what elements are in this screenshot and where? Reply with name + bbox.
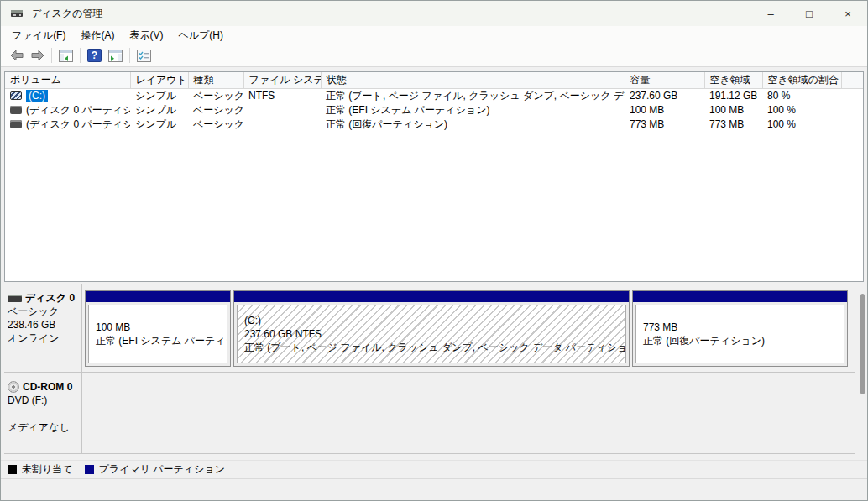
cdrom-row: CD-ROM 0 DVD (F:) メディアなし: [4, 373, 855, 454]
menu-view[interactable]: 表示(V): [122, 26, 170, 45]
cell-layout: シンプル: [130, 117, 188, 132]
cell-free-pct: 100 %: [762, 103, 841, 117]
help-icon[interactable]: ?: [84, 46, 105, 65]
disk-size: 238.46 GB: [8, 318, 80, 331]
cell-free-pct: 100 %: [762, 117, 841, 132]
col-type[interactable]: 種類: [188, 72, 243, 88]
show-action-pane-icon[interactable]: [105, 46, 126, 65]
menubar: ファイル(F) 操作(A) 表示(V) ヘルプ(H): [1, 26, 867, 44]
partition-size: 237.60 GB NTFS: [244, 327, 619, 341]
disk-drive-icon: [8, 295, 22, 302]
col-free-pct[interactable]: 空き領域の割合: [762, 72, 841, 88]
col-free-space[interactable]: 空き領域: [704, 72, 762, 88]
partition-name: (C:): [244, 314, 619, 327]
show-console-tree-icon[interactable]: [55, 46, 76, 65]
legend-primary-partition: プライマリ パーティション: [85, 462, 225, 477]
menu-file[interactable]: ファイル(F): [4, 26, 73, 45]
partition-size: 100 MB: [96, 321, 220, 334]
cell-free: 773 MB: [704, 117, 762, 132]
table-header-row: ボリューム レイアウト 種類 ファイル システム 状態 容量 空き領域 空き領域…: [5, 72, 863, 88]
disk-management-window: ディスクの管理 – □ × ファイル(F) 操作(A) 表示(V) ヘルプ(H)…: [0, 0, 868, 501]
cd-disc-icon: [8, 381, 19, 393]
legend-label: プライマリ パーティション: [99, 462, 225, 477]
cell-fs: [243, 103, 321, 117]
properties-list-icon[interactable]: [133, 46, 154, 65]
volume-table: ボリューム レイアウト 種類 ファイル システム 状態 容量 空き領域 空き領域…: [5, 72, 863, 132]
volume-icon: [10, 106, 22, 114]
graphical-view-pane: ディスク 0 ベーシック 238.46 GB オンライン 100 MB 正常 (…: [1, 284, 867, 460]
cell-layout: シンプル: [130, 103, 188, 117]
partition-color-bar: [633, 291, 847, 302]
volume-icon: [10, 120, 22, 128]
cell-capacity: 100 MB: [625, 103, 704, 117]
cell-free: 100 MB: [704, 103, 762, 117]
col-filesystem[interactable]: ファイル システム: [243, 72, 321, 88]
cdrom-media-status: メディアなし: [8, 420, 80, 434]
volume-name[interactable]: (ディスク 0 パーティション 4): [26, 117, 130, 132]
volume-icon: [10, 91, 22, 100]
disk0-label[interactable]: ディスク 0 ベーシック 238.46 GB オンライン: [4, 284, 82, 372]
legend-label: 未割り当て: [22, 462, 73, 477]
table-row-c[interactable]: (C:) シンプル ベーシック NTFS 正常 (ブート, ページ ファイル, …: [5, 88, 863, 103]
col-layout[interactable]: レイアウト: [130, 72, 188, 88]
vertical-scrollbar[interactable]: [859, 290, 866, 453]
volume-name[interactable]: (ディスク 0 パーティション 1): [26, 103, 130, 117]
partition-c[interactable]: (C:) 237.60 GB NTFS 正常 (ブート, ページ ファイル, ク…: [233, 290, 630, 367]
disk-type: ベーシック: [8, 305, 80, 318]
cell-status: 正常 (EFI システム パーティション): [321, 103, 625, 117]
forward-arrow-icon[interactable]: [27, 46, 48, 65]
disk-status: オンライン: [8, 331, 80, 345]
cell-fs: NTFS: [243, 88, 321, 103]
minimize-button[interactable]: –: [751, 1, 790, 26]
toolbar: ?: [1, 44, 867, 67]
cell-type: ベーシック: [188, 117, 243, 132]
cell-status: 正常 (回復パーティション): [321, 117, 625, 132]
partition-color-bar: [86, 291, 230, 302]
toolbar-separator: [51, 48, 52, 63]
volume-list-pane: ボリューム レイアウト 種類 ファイル システム 状態 容量 空き領域 空き領域…: [4, 71, 864, 282]
toolbar-separator: [129, 48, 130, 63]
table-row-partition4[interactable]: (ディスク 0 パーティション 4) シンプル ベーシック 正常 (回復パーティ…: [5, 117, 863, 132]
partition-recovery[interactable]: 773 MB 正常 (回復パーティション): [632, 290, 848, 367]
menu-action[interactable]: 操作(A): [73, 26, 122, 45]
partition-size: 773 MB: [643, 321, 837, 334]
menu-help[interactable]: ヘルプ(H): [170, 26, 231, 45]
partition-efi[interactable]: 100 MB 正常 (EFI システム パーティション): [85, 290, 231, 367]
partition-color-bar: [234, 291, 629, 302]
scrollbar-thumb[interactable]: [860, 294, 865, 394]
cdrom-drive-letter: DVD (F:): [8, 394, 80, 407]
partition-status: 正常 (回復パーティション): [643, 334, 837, 347]
cell-capacity: 773 MB: [625, 117, 704, 132]
statusbar: [1, 478, 867, 500]
col-status[interactable]: 状態: [321, 72, 625, 88]
col-capacity[interactable]: 容量: [625, 72, 704, 88]
window-title: ディスクの管理: [31, 7, 102, 21]
disk-drive-icon: [10, 7, 24, 20]
cell-free-pct: 80 %: [762, 88, 841, 103]
cdrom-name: CD-ROM 0: [23, 380, 72, 394]
col-volume[interactable]: ボリューム: [5, 72, 130, 88]
legend-bar: 未割り当て プライマリ パーティション: [1, 460, 867, 478]
cdrom-empty-area: [82, 373, 855, 453]
window-controls: – □ ×: [751, 1, 867, 26]
cell-capacity: 237.60 GB: [625, 88, 704, 103]
primary-partition-swatch: [85, 465, 94, 474]
partition-status: 正常 (ブート, ページ ファイル, クラッシュ ダンプ, ベーシック データ …: [244, 341, 619, 354]
table-row-partition1[interactable]: (ディスク 0 パーティション 1) シンプル ベーシック 正常 (EFI シス…: [5, 103, 863, 117]
close-button[interactable]: ×: [829, 1, 867, 26]
cell-layout: シンプル: [130, 88, 188, 103]
back-arrow-icon[interactable]: [6, 46, 27, 65]
cell-free: 191.12 GB: [704, 88, 762, 103]
titlebar: ディスクの管理 – □ ×: [1, 1, 867, 26]
disk0-partitions: 100 MB 正常 (EFI システム パーティション) (C:) 237.60…: [82, 284, 855, 372]
disk-name: ディスク 0: [25, 291, 75, 305]
col-empty: [841, 72, 863, 88]
volume-name[interactable]: (C:): [26, 90, 48, 102]
cell-type: ベーシック: [188, 88, 243, 103]
maximize-button[interactable]: □: [790, 1, 829, 26]
cell-fs: [243, 117, 321, 132]
cell-status: 正常 (ブート, ページ ファイル, クラッシュ ダンプ, ベーシック データ …: [321, 88, 625, 103]
svg-text:?: ?: [92, 50, 97, 61]
toolbar-separator: [80, 48, 81, 63]
cdrom-label[interactable]: CD-ROM 0 DVD (F:) メディアなし: [4, 373, 82, 453]
